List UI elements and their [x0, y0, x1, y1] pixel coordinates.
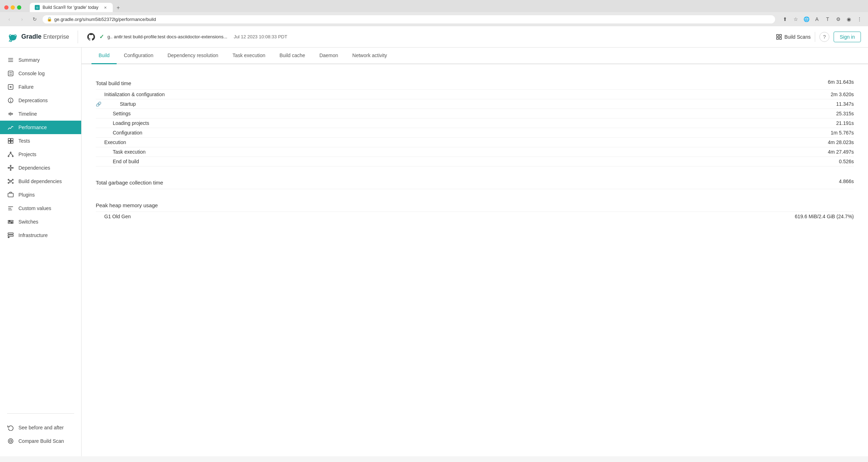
new-tab-button[interactable]: +: [114, 4, 123, 12]
sidebar-label-see-before-after: See before and after: [18, 425, 64, 430]
tab-build-cache[interactable]: Build cache: [272, 48, 312, 64]
custom-values-icon: [7, 205, 14, 212]
build-status-check: ✓: [99, 33, 104, 40]
extension-icon-2[interactable]: A: [813, 15, 821, 23]
sidebar-item-plugins[interactable]: Plugins: [0, 188, 81, 202]
maximize-traffic-light[interactable]: [17, 5, 21, 10]
tab-build[interactable]: Build: [91, 48, 117, 64]
sidebar-item-tests[interactable]: Tests: [0, 134, 81, 148]
browser-tabs: G Build Scan® for 'gradle' today ✕ +: [30, 3, 123, 12]
link-icon[interactable]: 🔗: [96, 101, 101, 107]
build-scans-link[interactable]: Build Scans: [776, 34, 811, 40]
sidebar-item-dependencies[interactable]: Dependencies: [0, 161, 81, 175]
help-button[interactable]: ?: [819, 32, 829, 42]
sidebar-item-see-before-after[interactable]: See before and after: [0, 421, 81, 434]
bookmark-icon[interactable]: ☆: [791, 15, 800, 23]
svg-line-48: [9, 180, 10, 181]
tab-network-activity[interactable]: Network activity: [345, 48, 394, 64]
svg-point-34: [10, 167, 12, 169]
sidebar-item-performance[interactable]: Performance: [0, 121, 81, 134]
perf-row-g1-old-gen: G1 Old Gen 619.6 MiB/2.4 GiB (24.7%): [96, 212, 854, 221]
build-dependencies-icon: [7, 178, 14, 185]
github-icon: [87, 32, 96, 42]
svg-point-20: [10, 101, 11, 102]
sidebar-item-build-dependencies[interactable]: Build dependencies: [0, 175, 81, 188]
svg-rect-59: [8, 233, 13, 234]
sidebar-item-infrastructure[interactable]: Infrastructure: [0, 229, 81, 242]
dependencies-icon: [7, 164, 14, 171]
menu-icon[interactable]: ⋮: [855, 15, 864, 23]
tab-daemon[interactable]: Daemon: [312, 48, 345, 64]
sidebar-item-custom-values[interactable]: Custom values: [0, 202, 81, 215]
tab-configuration[interactable]: Configuration: [117, 48, 160, 64]
svg-point-44: [8, 179, 9, 180]
build-title: g.. antlr:test build-profile:test docs-a…: [107, 34, 227, 39]
svg-point-30: [8, 156, 9, 157]
share-icon[interactable]: ⬆: [781, 15, 789, 23]
extension-icon-1[interactable]: 🌐: [802, 15, 811, 23]
minimize-traffic-light[interactable]: [11, 5, 15, 10]
gradle-logo: Gradle Enterprise: [7, 31, 69, 43]
svg-rect-27: [8, 141, 10, 143]
content-tabs: Build Configuration Dependency resolutio…: [82, 48, 868, 64]
sidebar-label-dependencies: Dependencies: [18, 165, 50, 171]
svg-rect-61: [8, 237, 10, 238]
extension-icon-5[interactable]: ◉: [845, 15, 853, 23]
sign-in-button[interactable]: Sign in: [834, 32, 861, 42]
sidebar-item-failure[interactable]: Failure: [0, 80, 81, 94]
init-config-value: 2m 3.620s: [804, 92, 854, 97]
svg-point-4: [15, 35, 16, 36]
compare-icon: [7, 438, 14, 445]
heap-label: Peak heap memory usage: [96, 198, 804, 210]
sidebar-label-build-dependencies: Build dependencies: [18, 178, 62, 184]
main-layout: Summary Console log Failure: [0, 48, 868, 456]
forward-button[interactable]: ›: [17, 14, 27, 24]
sidebar-item-projects[interactable]: Projects: [0, 148, 81, 161]
address-bar-row: ‹ › ↻ 🔒 ge.gradle.org/s/num5ib52372lg/pe…: [0, 12, 868, 26]
sidebar-item-deprecations[interactable]: Deprecations: [0, 94, 81, 107]
tab-dependency-resolution[interactable]: Dependency resolution: [160, 48, 225, 64]
build-info: ✓ g.. antlr:test build-profile:test docs…: [87, 32, 770, 42]
configuration-label: Configuration: [96, 130, 804, 136]
content-area: Build Configuration Dependency resolutio…: [82, 48, 868, 456]
sidebar-label-deprecations: Deprecations: [18, 98, 48, 103]
task-execution-label: Task execution: [96, 149, 804, 155]
sidebar-item-console-log[interactable]: Console log: [0, 67, 81, 80]
reload-button[interactable]: ↻: [30, 14, 40, 24]
deprecations-icon: [7, 97, 14, 104]
logo-enterprise: Enterprise: [43, 34, 69, 40]
close-traffic-light[interactable]: [4, 5, 9, 10]
sidebar-nav: Summary Console log Failure: [0, 53, 81, 409]
svg-rect-8: [780, 37, 781, 39]
address-bar[interactable]: 🔒 ge.gradle.org/s/num5ib52372lg/performa…: [43, 15, 775, 23]
svg-point-46: [8, 182, 9, 183]
summary-icon: [7, 56, 14, 64]
perf-row-end-of-build: End of build 0.526s: [96, 157, 854, 166]
sidebar-label-custom-values: Custom values: [18, 205, 51, 211]
extension-icon-3[interactable]: T: [823, 15, 832, 23]
active-browser-tab[interactable]: G Build Scan® for 'gradle' today ✕: [30, 3, 113, 12]
svg-point-3: [10, 35, 11, 36]
sidebar-item-summary[interactable]: Summary: [0, 53, 81, 67]
plugins-icon: [7, 191, 14, 198]
sidebar-label-infrastructure: Infrastructure: [18, 232, 48, 238]
svg-rect-26: [11, 138, 13, 141]
settings-label: Settings: [96, 111, 804, 116]
tab-task-execution[interactable]: Task execution: [226, 48, 273, 64]
extension-icon-4[interactable]: ⚙: [834, 15, 842, 23]
failure-icon: [7, 83, 14, 90]
sidebar-item-switches[interactable]: Switches: [0, 215, 81, 229]
svg-line-49: [11, 180, 12, 181]
back-button[interactable]: ‹: [4, 14, 14, 24]
perf-row-gc: Total garbage collection time 4.866s: [96, 174, 854, 189]
svg-point-31: [12, 156, 13, 157]
sidebar-label-timeline: Timeline: [18, 111, 37, 117]
header-divider-2: [815, 32, 815, 42]
logo-gradle: Gradle: [21, 33, 41, 40]
sidebar-item-compare-build-scan[interactable]: Compare Build Scan: [0, 434, 81, 448]
tab-close-button[interactable]: ✕: [103, 5, 108, 10]
performance-icon: [7, 124, 14, 131]
sidebar-item-timeline[interactable]: Timeline: [0, 107, 81, 121]
sidebar-label-performance: Performance: [18, 125, 47, 130]
svg-point-47: [12, 182, 13, 183]
